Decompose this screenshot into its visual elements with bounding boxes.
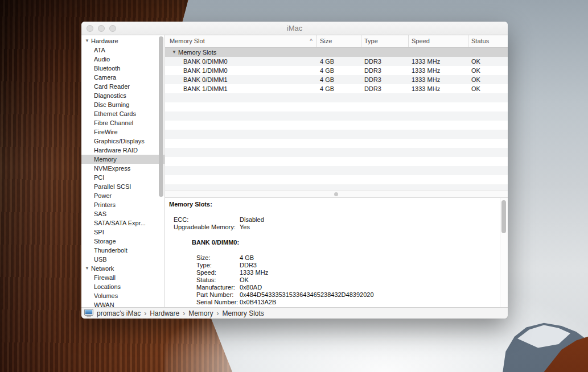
sidebar-item-audio[interactable]: Audio <box>81 55 165 64</box>
cell-type: DDR3 <box>361 84 409 93</box>
detail-field-value: Disabled <box>240 216 264 223</box>
cell-size: 4 GB <box>317 66 361 75</box>
detail-field: ECC:Disabled <box>169 216 496 224</box>
column-header-size[interactable]: Size <box>317 35 361 47</box>
sidebar-item-spi[interactable]: SPI <box>81 228 165 237</box>
sort-ascending-icon: ^ <box>310 35 312 47</box>
cell-memory-slot: BANK 1/DIMM0 <box>165 66 317 75</box>
cell-speed: 1333 MHz <box>409 84 468 93</box>
detail-panel: Memory Slots: ECC:Disabled Upgradeable M… <box>165 198 508 307</box>
sidebar-item-sata-express[interactable]: SATA/SATA Expr... <box>81 218 165 228</box>
cell-memory-slot: BANK 0/DIMM0 <box>165 57 317 66</box>
detail-field-label: Serial Number: <box>196 299 240 306</box>
detail-field: Manufacturer:0x80AD <box>169 284 496 291</box>
breadcrumb-memory[interactable]: Memory <box>188 309 213 317</box>
sidebar-item-graphics-displays[interactable]: Graphics/Displays <box>81 137 165 146</box>
cell-speed: 1333 MHz <box>409 66 468 75</box>
detail-field: Part Number:0x484D5433353153364346523843… <box>169 291 496 299</box>
detail-field-label: ECC: <box>174 216 240 224</box>
detail-field-value: 0x484D54333531533643465238432D48392020 <box>240 291 374 298</box>
sidebar-item-thunderbolt[interactable]: Thunderbolt <box>81 246 165 255</box>
breadcrumb-computer[interactable]: promac’s iMac <box>97 309 141 317</box>
system-information-window: iMac ▼Hardware ATA Audio Bluetooth Camer… <box>81 22 508 319</box>
column-header-type[interactable]: Type <box>361 35 409 47</box>
sidebar-item-nvmexpress[interactable]: NVMExpress <box>81 164 165 173</box>
sidebar-item-ethernet-cards[interactable]: Ethernet Cards <box>81 109 165 118</box>
sidebar-scrollbar[interactable] <box>159 36 163 197</box>
column-header-speed[interactable]: Speed <box>409 35 468 47</box>
breadcrumb-separator: › <box>144 309 146 317</box>
detail-field-value: DDR3 <box>240 262 257 268</box>
sidebar-item-wwan[interactable]: WWAN <box>81 300 165 307</box>
window-content: ▼Hardware ATA Audio Bluetooth Camera Car… <box>81 35 508 307</box>
breadcrumb-memory-slots[interactable]: Memory Slots <box>223 309 264 317</box>
detail-field-label: Size: <box>196 254 240 262</box>
sidebar-item-card-reader[interactable]: Card Reader <box>81 82 165 91</box>
sidebar-item-power[interactable]: Power <box>81 191 165 200</box>
breadcrumb-separator: › <box>183 309 185 317</box>
sidebar-item-printers[interactable]: Printers <box>81 200 165 209</box>
detail-field: Serial Number:0x0B413A2B <box>169 299 496 306</box>
sidebar-item-storage[interactable]: Storage <box>81 237 165 246</box>
sidebar-group-network[interactable]: ▼Network <box>81 264 165 273</box>
detail-bank-title: BANK 0/DIMM0: <box>192 239 496 246</box>
breadcrumb-hardware[interactable]: Hardware <box>150 309 179 317</box>
sidebar-group-label: Hardware <box>91 38 118 44</box>
detail-field-value: 1333 MHz <box>240 269 268 276</box>
sidebar-item-pci[interactable]: PCI <box>81 173 165 182</box>
sidebar-item-sas[interactable]: SAS <box>81 209 165 218</box>
column-header-memory-slot[interactable]: Memory Slot^ <box>165 35 317 47</box>
detail-field: Type:DDR3 <box>169 262 496 269</box>
window-title: iMac <box>81 22 508 35</box>
sidebar-item-bluetooth[interactable]: Bluetooth <box>81 64 165 73</box>
table-group-label: Memory Slots <box>178 49 216 56</box>
status-bar: promac’s iMac › Hardware › Memory › Memo… <box>81 307 508 319</box>
detail-title: Memory Slots: <box>169 201 496 208</box>
sidebar-group-label: Network <box>91 265 114 272</box>
sidebar-item-ata[interactable]: ATA <box>81 46 165 55</box>
cell-memory-slot: BANK 1/DIMM1 <box>165 84 317 93</box>
sidebar-item-parallel-scsi[interactable]: Parallel SCSI <box>81 182 165 191</box>
cell-size: 4 GB <box>317 84 361 93</box>
sidebar-item-firewire[interactable]: FireWire <box>81 127 165 137</box>
detail-field: Size:4 GB <box>169 254 496 262</box>
column-header-status[interactable]: Status <box>468 35 508 47</box>
disclosure-triangle-icon[interactable]: ▼ <box>172 48 178 57</box>
pane-splitter[interactable] <box>165 190 508 198</box>
table-group-row[interactable]: ▼Memory Slots <box>165 48 508 57</box>
detail-field-label: Type: <box>196 262 240 269</box>
table-row[interactable]: BANK 0/DIMM1 4 GB DDR3 1333 MHz OK <box>165 75 508 84</box>
sidebar-item-memory[interactable]: Memory <box>81 155 165 164</box>
sidebar-item-volumes[interactable]: Volumes <box>81 291 165 300</box>
detail-field-value: 0x80AD <box>240 284 262 291</box>
sidebar-item-firewall[interactable]: Firewall <box>81 273 165 282</box>
sidebar-item-diagnostics[interactable]: Diagnostics <box>81 91 165 100</box>
cell-type: DDR3 <box>361 57 409 66</box>
sidebar-item-disc-burning[interactable]: Disc Burning <box>81 100 165 109</box>
cell-type: DDR3 <box>361 66 409 75</box>
detail-field: Upgradeable Memory:Yes <box>169 224 496 231</box>
detail-field-label: Manufacturer: <box>196 284 240 291</box>
sidebar: ▼Hardware ATA Audio Bluetooth Camera Car… <box>81 35 165 307</box>
sidebar-item-fibre-channel[interactable]: Fibre Channel <box>81 118 165 127</box>
disclosure-triangle-icon[interactable]: ▼ <box>85 36 91 46</box>
sidebar-item-camera[interactable]: Camera <box>81 73 165 82</box>
detail-field: Speed:1333 MHz <box>169 269 496 276</box>
breadcrumb-separator: › <box>217 309 219 317</box>
sidebar-item-hardware-raid[interactable]: Hardware RAID <box>81 146 165 155</box>
detail-content: Memory Slots: ECC:Disabled Upgradeable M… <box>165 198 508 306</box>
disclosure-triangle-icon[interactable]: ▼ <box>85 264 91 273</box>
splitter-handle-icon[interactable] <box>334 192 338 196</box>
sidebar-item-usb[interactable]: USB <box>81 255 165 264</box>
table-row[interactable]: BANK 1/DIMM0 4 GB DDR3 1333 MHz OK <box>165 66 508 75</box>
sidebar-item-locations[interactable]: Locations <box>81 282 165 291</box>
detail-scrollbar-track[interactable] <box>500 198 508 307</box>
title-bar[interactable]: iMac <box>81 22 508 35</box>
detail-scrollbar-thumb[interactable] <box>501 200 506 233</box>
table-row[interactable]: BANK 1/DIMM1 4 GB DDR3 1333 MHz OK <box>165 84 508 93</box>
sidebar-group-hardware[interactable]: ▼Hardware <box>81 36 165 46</box>
detail-field-value: Yes <box>240 224 250 230</box>
detail-field-label: Upgradeable Memory: <box>174 224 240 231</box>
detail-field-label: Speed: <box>196 269 240 276</box>
table-row[interactable]: BANK 0/DIMM0 4 GB DDR3 1333 MHz OK <box>165 57 508 66</box>
